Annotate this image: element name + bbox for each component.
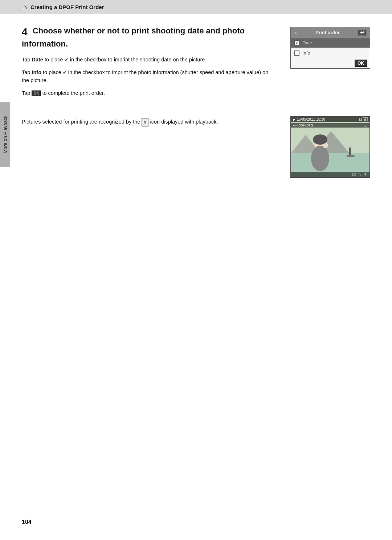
preview-footer-left: 1□ xyxy=(352,173,356,176)
dialog-row-date[interactable]: Date xyxy=(291,38,370,48)
preview-footer: 1□ 4/ 4↑ xyxy=(291,172,369,177)
step4-para3: Tap OK to complete the print order. xyxy=(22,89,276,97)
preview-footer-right: 4↑ xyxy=(364,173,368,176)
star-icon: ★ xyxy=(363,124,368,130)
dpof-header-icon: 🖨 xyxy=(22,4,28,10)
dialog-title: Print order xyxy=(315,30,339,35)
svg-point-8 xyxy=(313,134,327,145)
camera-preview: ▶ 15/05/2011 15:30 M 🖨 ⟺ 0004.JPG xyxy=(290,116,370,178)
step4-info-bold: Info xyxy=(32,69,41,75)
step4-heading-container: 4 Choose whether or not to print shootin… xyxy=(22,25,276,49)
preview-mode-text: M xyxy=(359,118,362,121)
preview-header-left: ▶ 15/05/2011 15:30 xyxy=(293,117,325,121)
svg-point-10 xyxy=(323,143,328,148)
print-order-dialog-wrapper: ◁ Print order ↩ Date Info OK xyxy=(290,25,370,69)
preview-connection-icon: ⟺ xyxy=(293,124,298,127)
date-label: Date xyxy=(302,40,312,45)
svg-point-6 xyxy=(346,155,355,157)
date-checkbox[interactable] xyxy=(294,40,299,45)
preview-date: 15/05/2011 15:30 xyxy=(297,117,325,121)
dialog-title-bar: ◁ Print order ↩ xyxy=(291,27,370,38)
preview-subheader: ⟺ 0004.JPG xyxy=(291,123,369,128)
print-order-dialog: ◁ Print order ↩ Date Info OK xyxy=(290,27,370,69)
preview-mode-icons: M 🖨 xyxy=(359,117,368,121)
dialog-left-indicator: ◁ xyxy=(294,31,297,35)
checkmark-icon-2: ✔ xyxy=(63,70,67,75)
dialog-footer: OK xyxy=(291,58,370,68)
svg-point-9 xyxy=(311,146,329,171)
preview-play-icon: ▶ xyxy=(293,118,295,121)
step4-para1: Tap Date to place ✔ in the checkbox to i… xyxy=(22,56,276,64)
step4-text-area: 4 Choose whether or not to print shootin… xyxy=(22,25,276,101)
step4-heading: Choose whether or not to print shooting … xyxy=(22,26,245,48)
preview-footer-mid: 4/ xyxy=(359,173,362,176)
step4-date-bold: Date xyxy=(32,57,43,63)
dpof-inline-icon: 🖨 xyxy=(142,118,148,126)
dialog-row-info[interactable]: Info xyxy=(291,48,370,58)
preview-filename: 0004.JPG xyxy=(299,124,313,127)
preview-header: ▶ 15/05/2011 15:30 M 🖨 xyxy=(291,117,369,122)
ok-inline-icon: OK xyxy=(32,90,41,96)
main-content: 4 Choose whether or not to print shootin… xyxy=(0,14,392,207)
dialog-back-icon[interactable]: ↩ xyxy=(358,29,366,36)
info-label: Info xyxy=(302,50,310,56)
header-title: Creating a DPOF Print Order xyxy=(30,4,104,10)
preview-dpof-icon: 🖨 xyxy=(363,117,368,121)
info-checkbox[interactable] xyxy=(294,51,299,56)
dialog-ok-button[interactable]: OK xyxy=(355,60,367,67)
step4-para2: Tap Info to place ✔ in the checkbox to i… xyxy=(22,68,276,85)
step4-section: 4 Choose whether or not to print shootin… xyxy=(22,25,370,101)
step4-number: 4 xyxy=(22,26,28,37)
header-bar: 🖨 Creating a DPOF Print Order xyxy=(0,0,392,14)
page-number: 104 xyxy=(22,519,32,525)
playback-section: Pictures selected for printing are recog… xyxy=(22,116,370,178)
playback-text: Pictures selected for printing are recog… xyxy=(22,116,276,126)
checkmark-icon-1: ✔ xyxy=(65,57,69,63)
